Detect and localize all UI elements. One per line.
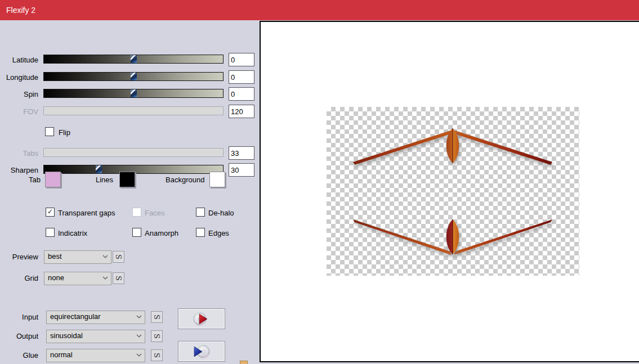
tabs-value-input[interactable] <box>229 146 254 160</box>
tab-color-swatch[interactable] <box>45 172 61 187</box>
grid-dropdown[interactable]: none <box>44 272 111 285</box>
indicatrix-checkbox[interactable] <box>46 228 55 237</box>
glue-dropdown-value: normal <box>50 350 73 359</box>
chevron-down-icon <box>102 255 108 258</box>
edges-checkbox[interactable] <box>196 228 205 237</box>
spin-label: Spin <box>0 90 38 98</box>
latitude-value-input[interactable] <box>229 53 254 66</box>
chevron-down-icon <box>102 276 108 280</box>
indicatrix-label: Indicatrix <box>58 229 87 237</box>
sharpen-slider-thumb[interactable] <box>96 165 102 173</box>
glue-dropdown[interactable]: normal <box>46 349 145 362</box>
flip-checkbox[interactable] <box>45 127 54 136</box>
latitude-label: Latitude <box>0 56 38 64</box>
spin-value-input[interactable] <box>229 87 254 101</box>
preview-dropdown-value: best <box>48 252 62 260</box>
save-disc-red-arrow-icon <box>192 312 211 326</box>
glue-dropdown-label: Glue <box>0 351 38 359</box>
output-dropdown-value: sinusoidal <box>50 331 83 340</box>
save-settings-button[interactable] <box>178 308 225 329</box>
load-disc-blue-arrow-icon <box>192 344 211 359</box>
flip-label: Flip <box>59 128 70 137</box>
preview-shuffle-button[interactable]: S <box>113 251 124 263</box>
anamorph-label: Anamorph <box>145 229 178 237</box>
faces-checkbox <box>132 208 141 217</box>
longitude-label: Longitude <box>0 73 38 82</box>
preview-pane[interactable] <box>260 21 639 362</box>
fov-label: FOV <box>0 107 38 116</box>
chevron-down-icon <box>136 334 142 338</box>
edges-label: Edges <box>208 229 229 237</box>
sinusoidal-projection-preview <box>327 107 579 276</box>
preview-dropdown[interactable]: best <box>44 250 111 264</box>
latitude-slider[interactable] <box>43 55 224 64</box>
shuffle-icon: S <box>151 334 162 339</box>
shuffle-icon: S <box>151 353 162 358</box>
lines-color-swatch[interactable] <box>119 172 135 187</box>
anamorph-checkbox[interactable] <box>132 228 141 237</box>
longitude-slider-thumb[interactable] <box>131 73 137 80</box>
input-dropdown[interactable]: equirectangular <box>46 311 145 324</box>
input-shuffle-button[interactable]: S <box>151 311 163 323</box>
fov-slider <box>43 106 224 115</box>
shuffle-icon: S <box>113 254 124 259</box>
output-shuffle-button[interactable]: S <box>151 330 163 342</box>
control-panel: Latitude Longitude Spin FOV Flip Tabs Sh… <box>0 20 259 364</box>
chevron-down-icon <box>136 353 142 357</box>
grid-dropdown-label: Grid <box>0 274 38 282</box>
transparent-gaps-checkbox[interactable]: ✓ <box>46 208 55 217</box>
output-dropdown-label: Output <box>0 332 38 340</box>
input-dropdown-label: Input <box>0 313 38 321</box>
tabs-slider <box>43 148 224 157</box>
grid-dropdown-value: none <box>48 273 64 282</box>
tabs-label: Tabs <box>0 149 38 158</box>
transparency-checkerboard <box>327 107 579 276</box>
shuffle-icon: S <box>151 314 162 320</box>
sharpen-value-input[interactable] <box>229 163 254 177</box>
window-title: Flexify 2 <box>6 0 35 20</box>
background-swatch-label: Background <box>166 176 204 184</box>
output-dropdown[interactable]: sinusoidal <box>46 330 145 343</box>
tab-swatch-label: Tab <box>0 176 41 184</box>
load-settings-button[interactable] <box>178 341 225 362</box>
shuffle-icon: S <box>113 276 124 281</box>
transparent-gaps-label: Transparent gaps <box>58 209 115 217</box>
de-halo-checkbox[interactable] <box>196 208 205 217</box>
flexify-window: Flexify 2 Latitude Longitude Spin FOV Fl… <box>0 0 639 364</box>
longitude-slider[interactable] <box>43 72 224 81</box>
sharpen-label: Sharpen <box>0 166 38 174</box>
glue-shuffle-button[interactable]: S <box>151 349 163 361</box>
spin-slider-thumb[interactable] <box>131 89 137 97</box>
preview-dropdown-label: Preview <box>0 253 38 261</box>
cutoff-folder-icon[interactable] <box>240 361 248 364</box>
grid-shuffle-button[interactable]: S <box>113 272 124 284</box>
longitude-value-input[interactable] <box>229 70 254 84</box>
lines-swatch-label: Lines <box>96 176 113 184</box>
latitude-slider-thumb[interactable] <box>131 55 137 63</box>
background-color-swatch[interactable] <box>209 172 225 187</box>
faces-label: Faces <box>145 209 178 217</box>
fov-value-input[interactable] <box>229 105 254 118</box>
de-halo-label: De-halo <box>208 209 234 217</box>
title-bar[interactable]: Flexify 2 <box>0 0 639 20</box>
spin-slider[interactable] <box>43 89 224 98</box>
input-dropdown-value: equirectangular <box>50 312 101 321</box>
chevron-down-icon <box>136 315 142 318</box>
